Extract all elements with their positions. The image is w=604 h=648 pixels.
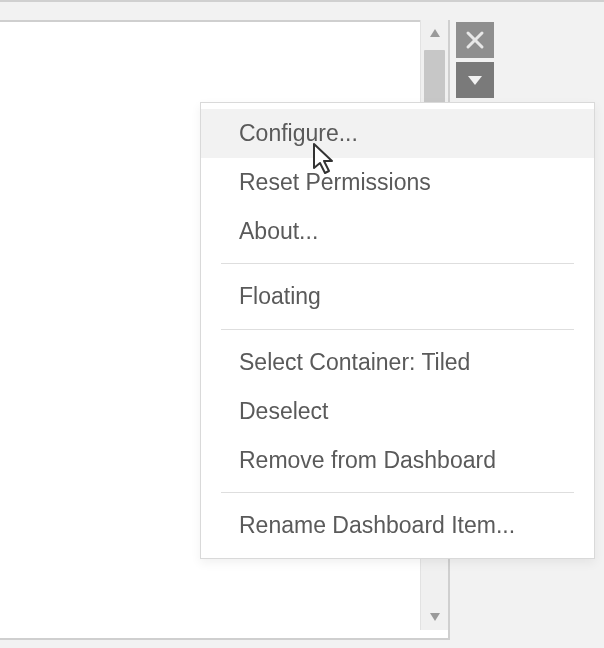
scroll-down-button[interactable]	[421, 604, 448, 630]
menu-item-label: Reset Permissions	[239, 169, 431, 195]
svg-marker-1	[430, 613, 440, 621]
menu-item-label: Deselect	[239, 398, 328, 424]
menu-item-configure[interactable]: Configure...	[201, 109, 594, 158]
menu-item-label: Floating	[239, 283, 321, 309]
context-menu: Configure... Reset Permissions About... …	[200, 102, 595, 559]
menu-separator	[221, 263, 574, 264]
scroll-up-button[interactable]	[421, 20, 448, 46]
menu-item-floating[interactable]: Floating	[201, 272, 594, 321]
caret-down-icon	[467, 74, 483, 86]
close-icon	[465, 30, 485, 50]
menu-item-reset-permissions[interactable]: Reset Permissions	[201, 158, 594, 207]
menu-item-label: About...	[239, 218, 318, 244]
menu-item-label: Configure...	[239, 120, 358, 146]
menu-item-rename-dashboard-item[interactable]: Rename Dashboard Item...	[201, 501, 594, 550]
menu-item-remove-from-dashboard[interactable]: Remove from Dashboard	[201, 436, 594, 485]
scrollbar-thumb[interactable]	[424, 50, 445, 108]
dropdown-button[interactable]	[456, 62, 494, 98]
menu-item-label: Remove from Dashboard	[239, 447, 496, 473]
chevron-up-icon	[429, 28, 441, 38]
chevron-down-icon	[429, 612, 441, 622]
menu-item-about[interactable]: About...	[201, 207, 594, 256]
menu-separator	[221, 492, 574, 493]
svg-marker-0	[430, 29, 440, 37]
menu-item-label: Select Container: Tiled	[239, 349, 470, 375]
menu-item-label: Rename Dashboard Item...	[239, 512, 515, 538]
outer-panel-edge	[0, 0, 604, 10]
menu-separator	[221, 329, 574, 330]
svg-marker-4	[468, 76, 482, 85]
close-button[interactable]	[456, 22, 494, 58]
menu-item-select-container[interactable]: Select Container: Tiled	[201, 338, 594, 387]
menu-item-deselect[interactable]: Deselect	[201, 387, 594, 436]
